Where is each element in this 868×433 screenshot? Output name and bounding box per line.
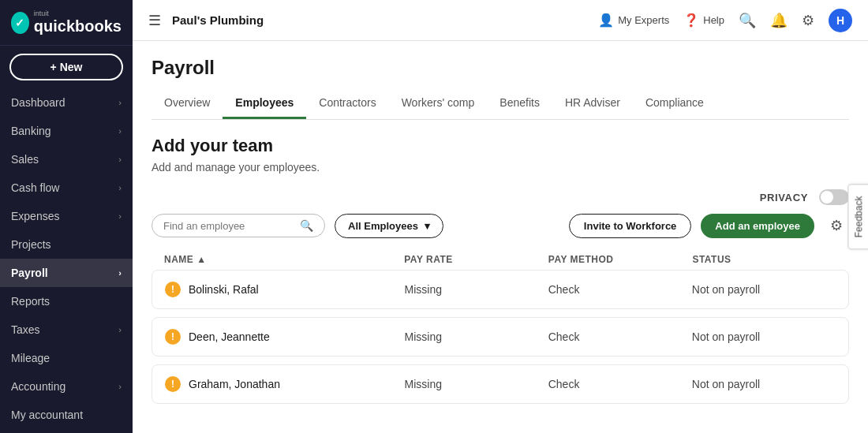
col-header-status: STATUS <box>692 254 836 265</box>
employee-name: ! Bolinski, Rafal <box>165 282 405 297</box>
filter-employees-button[interactable]: All Employees ▾ <box>335 214 443 238</box>
my-experts-button[interactable]: 👤 My Experts <box>598 13 669 28</box>
employee-name: ! Deen, Jeannette <box>165 329 405 345</box>
sidebar-item-banking[interactable]: Banking › <box>0 117 133 145</box>
pay-rate-cell: Missing <box>405 330 548 343</box>
sidebar-item-mileage[interactable]: Mileage <box>0 344 133 372</box>
table-header: NAME ▲ PAY RATE PAY METHOD STATUS <box>152 249 849 270</box>
feedback-tab[interactable]: Feedback <box>848 184 868 249</box>
tab-workers-comp[interactable]: Workers' comp <box>389 88 488 119</box>
tab-benefits[interactable]: Benefits <box>487 88 552 119</box>
chevron-right-icon: › <box>118 155 122 164</box>
sidebar-item-accounting[interactable]: Accounting › <box>0 372 133 401</box>
warning-icon: ! <box>165 282 181 297</box>
sort-arrow-icon: ▲ <box>196 254 206 265</box>
search-icon: 🔍 <box>300 219 313 232</box>
sidebar-item-cashflow[interactable]: Cash flow › <box>0 174 133 202</box>
employee-name: ! Graham, Jonathan <box>165 376 405 392</box>
chevron-right-icon: › <box>118 126 122 136</box>
settings-icon[interactable]: ⚙ <box>802 12 814 29</box>
tab-contractors[interactable]: Contractors <box>306 88 388 119</box>
help-icon: ❓ <box>683 13 699 28</box>
sidebar-item-sales[interactable]: Sales › <box>0 145 133 174</box>
search-box[interactable]: 🔍 <box>152 214 325 237</box>
section-subtitle: Add and manage your employees. <box>152 161 849 174</box>
chevron-right-icon: › <box>118 268 122 278</box>
tab-bar: Overview Employees Contractors Workers' … <box>152 88 849 120</box>
search-icon[interactable]: 🔍 <box>739 12 756 29</box>
warning-icon: ! <box>165 329 181 345</box>
chevron-right-icon: › <box>118 98 122 107</box>
privacy-label: PRIVACY <box>760 192 808 203</box>
pay-method-cell: Check <box>548 283 692 296</box>
add-employee-button[interactable]: Add an employee <box>701 214 814 238</box>
person-icon: 👤 <box>598 13 614 28</box>
privacy-toggle[interactable] <box>819 189 849 205</box>
table-row[interactable]: ! Deen, Jeannette Missing Check Not on p… <box>152 317 849 356</box>
toggle-knob <box>821 191 833 203</box>
company-name: Paul's Plumbing <box>172 13 264 27</box>
sidebar-item-dashboard[interactable]: Dashboard › <box>0 88 133 117</box>
main-content: ☰ Paul's Plumbing 👤 My Experts ❓ Help 🔍 … <box>133 0 868 433</box>
chevron-down-icon: ▾ <box>425 220 430 232</box>
pay-method-cell: Check <box>548 378 692 390</box>
status-cell: Not on payroll <box>692 283 836 296</box>
tab-compliance[interactable]: Compliance <box>633 88 716 119</box>
sidebar-item-taxes[interactable]: Taxes › <box>0 315 133 344</box>
chevron-right-icon: › <box>118 382 122 391</box>
topbar-left: ☰ Paul's Plumbing <box>148 12 264 29</box>
menu-icon[interactable]: ☰ <box>148 12 161 29</box>
sidebar-item-reports[interactable]: Reports <box>0 287 133 315</box>
privacy-toolbar: PRIVACY <box>152 189 849 205</box>
table-row[interactable]: ! Bolinski, Rafal Missing Check Not on p… <box>152 270 849 309</box>
topbar-right: 👤 My Experts ❓ Help 🔍 🔔 ⚙ H <box>598 9 852 32</box>
sidebar-logo: ✓ intuit quickbooks <box>0 0 133 46</box>
col-header-pay-rate: PAY RATE <box>404 254 548 265</box>
pay-rate-cell: Missing <box>405 283 548 296</box>
help-button[interactable]: ❓ Help <box>683 13 724 28</box>
sidebar-item-capital[interactable]: Capital › <box>0 429 133 433</box>
col-header-pay-method: PAY METHOD <box>548 254 693 265</box>
tab-overview[interactable]: Overview <box>152 88 223 119</box>
status-cell: Not on payroll <box>692 330 836 343</box>
invite-workforce-button[interactable]: Invite to Workforce <box>569 214 692 238</box>
table-row[interactable]: ! Graham, Jonathan Missing Check Not on … <box>152 364 849 404</box>
notifications-icon[interactable]: 🔔 <box>770 12 788 29</box>
brand-name: intuit quickbooks <box>34 9 122 35</box>
sidebar: ✓ intuit quickbooks + New Dashboard › Ba… <box>0 0 133 433</box>
status-cell: Not on payroll <box>692 378 836 390</box>
logo-icon: ✓ <box>11 12 29 34</box>
sidebar-item-payroll[interactable]: Payroll › <box>0 259 133 287</box>
topbar: ☰ Paul's Plumbing 👤 My Experts ❓ Help 🔍 … <box>133 0 868 41</box>
chevron-right-icon: › <box>118 183 122 192</box>
sidebar-item-my-accountant[interactable]: My accountant <box>0 401 133 429</box>
sidebar-item-projects[interactable]: Projects <box>0 230 133 259</box>
pay-method-cell: Check <box>548 330 692 343</box>
table-settings-icon[interactable]: ⚙ <box>824 213 849 238</box>
tab-employees[interactable]: Employees <box>223 88 306 119</box>
avatar[interactable]: H <box>829 9 852 32</box>
search-input[interactable] <box>163 220 294 232</box>
col-header-name[interactable]: NAME ▲ <box>164 254 404 265</box>
sidebar-item-expenses[interactable]: Expenses › <box>0 202 133 230</box>
page-title: Payroll <box>152 57 849 79</box>
employee-controls: 🔍 All Employees ▾ Invite to Workforce Ad… <box>152 213 849 238</box>
pay-rate-cell: Missing <box>405 378 548 390</box>
new-button[interactable]: + New <box>9 54 123 80</box>
section-title: Add your team <box>152 136 849 156</box>
content-area: Payroll Overview Employees Contractors W… <box>133 41 868 433</box>
chevron-right-icon: › <box>118 325 122 334</box>
warning-icon: ! <box>165 376 181 392</box>
tab-hr-adviser[interactable]: HR Adviser <box>552 88 633 119</box>
chevron-right-icon: › <box>118 211 122 221</box>
sidebar-nav: Dashboard › Banking › Sales › Cash flow … <box>0 88 133 433</box>
